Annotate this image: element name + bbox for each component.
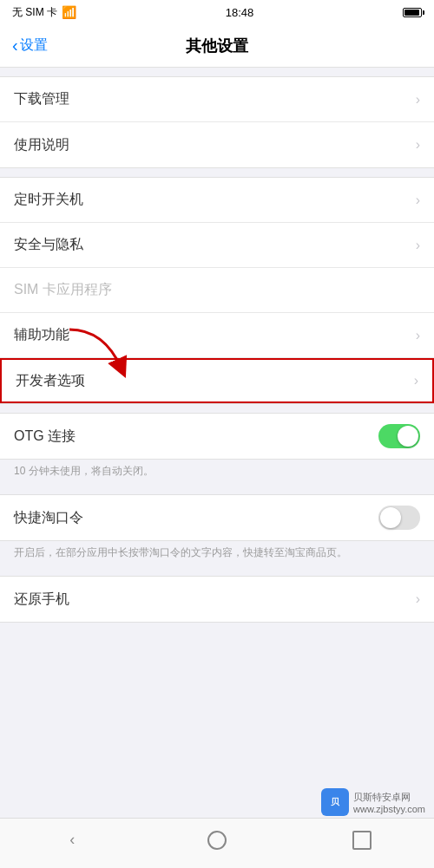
- nav-recents-icon: [352, 831, 372, 850]
- menu-group-3: OTG 连接: [0, 413, 434, 460]
- status-left: 无 SIM 卡 📶: [12, 5, 76, 20]
- chevron-right-icon-7: ›: [416, 591, 420, 607]
- taobao-sub-text: 开启后，在部分应用中长按带淘口令的文字内容，快捷转至淘宝商品页。: [0, 541, 434, 567]
- menu-item-download[interactable]: 下载管理 ›: [0, 77, 434, 122]
- status-bar: 无 SIM 卡 📶 18:48: [0, 0, 434, 24]
- chevron-right-icon: ›: [416, 92, 420, 108]
- watermark-url: www.zjbstyy.com: [353, 804, 425, 814]
- watermark-text: 贝斯特安卓网 www.zjbstyy.com: [353, 791, 425, 814]
- watermark-site-name: 贝斯特安卓网: [353, 791, 425, 804]
- menu-item-label-schedule: 定时开关机: [14, 191, 83, 209]
- header: ‹ 设置 其他设置: [0, 24, 434, 68]
- menu-item-label-security: 安全与隐私: [14, 236, 83, 254]
- menu-item-label-taobao: 快捷淘口令: [14, 509, 83, 527]
- menu-item-label-developer: 开发者选项: [16, 372, 85, 390]
- menu-item-manual[interactable]: 使用说明 ›: [0, 122, 434, 167]
- menu-item-taobao[interactable]: 快捷淘口令: [0, 495, 434, 540]
- menu-item-schedule-power[interactable]: 定时开关机 ›: [0, 178, 434, 223]
- nav-back-button[interactable]: ‹: [56, 825, 88, 856]
- menu-item-label-otg: OTG 连接: [14, 427, 76, 446]
- menu-item-security[interactable]: 安全与隐私 ›: [0, 223, 434, 268]
- taobao-toggle-knob: [380, 507, 401, 528]
- chevron-right-icon-3: ›: [416, 193, 420, 208]
- menu-item-accessibility[interactable]: 辅助功能 ›: [0, 313, 434, 358]
- menu-group-4: 快捷淘口令: [0, 494, 434, 541]
- back-chevron-icon: ‹: [12, 36, 18, 55]
- otg-toggle-knob: [398, 426, 418, 447]
- nav-recents-button[interactable]: [346, 825, 378, 856]
- menu-item-restore[interactable]: 还原手机 ›: [0, 577, 434, 622]
- nav-home-icon: [207, 831, 227, 850]
- menu-group-5: 还原手机 ›: [0, 576, 434, 623]
- menu-item-label-restore: 还原手机: [14, 591, 69, 609]
- taobao-toggle[interactable]: [378, 506, 420, 530]
- menu-group-1: 下载管理 › 使用说明 ›: [0, 76, 434, 168]
- otg-sub-text: 10 分钟未使用，将自动关闭。: [0, 460, 434, 486]
- chevron-right-icon-4: ›: [416, 238, 420, 253]
- battery-icon: [403, 8, 422, 17]
- nav-home-button[interactable]: [201, 825, 233, 856]
- menu-item-otg[interactable]: OTG 连接: [0, 414, 434, 459]
- status-right: [403, 8, 422, 17]
- wifi-icon: 📶: [62, 5, 76, 19]
- chevron-right-icon-5: ›: [416, 328, 420, 343]
- back-button[interactable]: ‹ 设置: [12, 36, 48, 55]
- chevron-right-icon-6: ›: [414, 373, 418, 388]
- menu-item-label-manual: 使用说明: [14, 136, 69, 154]
- carrier-text: 无 SIM 卡: [12, 5, 57, 20]
- menu-item-sim-apps: SIM 卡应用程序: [0, 268, 434, 313]
- menu-item-label-download: 下载管理: [14, 90, 69, 108]
- content-area: 下载管理 › 使用说明 › 定时开关机 › 安全与隐私 › SIM 卡应用程序 …: [0, 68, 434, 701]
- bottom-nav: ‹: [0, 818, 434, 868]
- chevron-right-icon-2: ›: [416, 137, 420, 153]
- status-time: 18:48: [226, 6, 254, 19]
- taobao-toggle-wrap: [378, 506, 420, 530]
- watermark-logo: 贝: [321, 788, 349, 816]
- menu-item-label-accessibility: 辅助功能: [14, 326, 69, 344]
- back-label: 设置: [20, 36, 48, 55]
- menu-group-2: 定时开关机 › 安全与隐私 › SIM 卡应用程序 辅助功能 › 开发者选项 ›: [0, 177, 434, 404]
- otg-toggle[interactable]: [378, 424, 420, 448]
- menu-item-label-sim: SIM 卡应用程序: [14, 281, 112, 299]
- page-title: 其他设置: [186, 36, 248, 56]
- watermark: 贝 贝斯特安卓网 www.zjbstyy.com: [321, 788, 425, 816]
- menu-item-developer[interactable]: 开发者选项 ›: [0, 358, 434, 403]
- otg-toggle-wrap: [378, 424, 420, 448]
